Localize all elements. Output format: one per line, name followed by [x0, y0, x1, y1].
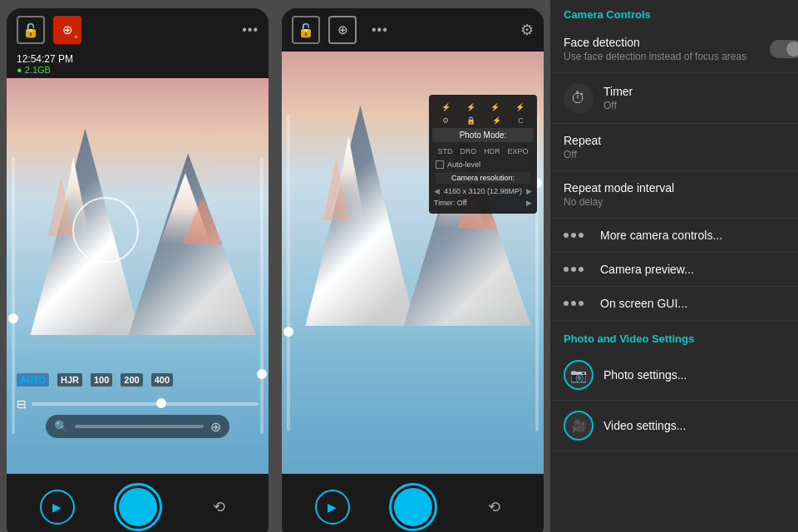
timer-row[interactable]: Timer: Off ▶ — [429, 197, 537, 209]
dropdown-panel: ⚡ ⚡ ⚡ ⚡ ⚙ 🔒 ⚡ C Photo Mode: STD DRO — [429, 95, 537, 214]
iso-200[interactable]: 200 — [121, 373, 142, 387]
photo-settings-icon: 📷 — [564, 360, 594, 390]
lock-icon-2[interactable]: 🔓 — [292, 16, 320, 44]
timer-title: Timer — [603, 85, 798, 98]
repeat-interval-text: Repeat mode interval No delay — [564, 181, 798, 208]
timer-text: Timer Off — [603, 85, 798, 111]
repeat-interval-title: Repeat mode interval — [564, 181, 798, 195]
zoom-slider[interactable] — [75, 425, 204, 428]
phone-panel-2: 🔓 ⊕ ••• ⚙ — [282, 8, 544, 532]
repeat-interval-item[interactable]: Repeat mode interval No delay — [550, 171, 798, 219]
repeat-interval-value: No delay — [564, 196, 798, 208]
dropdown-mode-tabs[interactable]: STD DRO HDR EXPO — [429, 144, 537, 159]
video-settings-label[interactable]: Video settings... — [603, 419, 686, 432]
iso-400[interactable]: 400 — [151, 373, 173, 387]
toggle-knob-face — [786, 42, 798, 57]
camera-preview-dots — [564, 267, 584, 272]
exposure-left-icon: ⊟ — [17, 397, 27, 411]
storage-display: ● 2.1GB — [17, 65, 259, 75]
bottom-controls-1: ▶ ⟲ — [7, 474, 268, 532]
zoom-in-icon: ⊕ — [210, 419, 221, 435]
iso-auto[interactable]: AUTO — [17, 373, 49, 387]
vert-slider-2-left[interactable] — [287, 115, 290, 431]
zoom-out-icon: 🔍 — [54, 420, 68, 433]
repeat-text: Repeat Off — [564, 134, 798, 160]
shutter-inner-1 — [119, 488, 157, 526]
vert-slider-1[interactable] — [260, 157, 264, 434]
top-bar-1: 🔓 ⊕ + ••• — [7, 8, 268, 52]
more-controls-label[interactable]: More camera controls... — [600, 229, 722, 242]
section-header-camera: Camera Controls — [550, 0, 798, 26]
exposure-row: ⊟ — [7, 397, 268, 411]
video-button-1[interactable]: ▶ — [40, 490, 75, 525]
iso-100[interactable]: 100 — [91, 373, 112, 387]
exposure-icon-1[interactable]: ⊕ + — [53, 16, 81, 44]
more-controls-dots — [564, 233, 584, 238]
mode-icons-row: ⚙ 🔒 ⚡ C — [429, 115, 537, 126]
phone-panel-1: 🔓 ⊕ + ••• 12:54:27 PM ● 2.1GB — [7, 8, 268, 532]
exposure-slider[interactable] — [32, 402, 259, 406]
status-bar-1: 12:54:27 PM ● 2.1GB — [7, 52, 268, 78]
video-button-2[interactable]: ▶ — [315, 490, 350, 525]
camera-view-2[interactable]: ⚡ ⚡ ⚡ ⚡ ⚙ 🔒 ⚡ C Photo Mode: STD DRO — [282, 52, 544, 474]
face-detection-item[interactable]: Face detection Use face detection instea… — [550, 26, 798, 73]
face-detection-toggle[interactable] — [770, 40, 798, 58]
timer-item[interactable]: ⏱ Timer Off — [550, 73, 798, 124]
lock-icon-1[interactable]: 🔓 — [17, 16, 45, 44]
settings-panel: Camera Controls Face detection Use face … — [550, 0, 798, 532]
more-icon-2[interactable]: ••• — [372, 22, 388, 37]
auto-level-label: Auto-level — [447, 160, 480, 169]
focus-circle — [72, 197, 139, 264]
top-bar-2: 🔓 ⊕ ••• ⚙ — [282, 8, 544, 52]
flip-camera-button-2[interactable]: ⟲ — [477, 490, 510, 524]
on-screen-gui-dots — [564, 301, 584, 306]
timer-label: Timer: Off — [434, 199, 467, 207]
camera-view-1[interactable]: AUTO HJR 100 200 400 ⊟ 🔍 ⊕ — [7, 78, 268, 474]
shutter-button-1[interactable] — [114, 483, 162, 531]
face-detection-subtitle: Use face detection instead of focus area… — [564, 51, 760, 62]
flip-camera-button-1[interactable]: ⟲ — [202, 490, 235, 524]
auto-level-checkbox[interactable] — [436, 160, 444, 169]
bottom-controls-2: ▶ ⟲ — [282, 474, 544, 532]
more-controls-item[interactable]: More camera controls... — [550, 219, 798, 253]
time-display: 12:54:27 PM — [17, 53, 259, 65]
shutter-inner-2 — [394, 488, 432, 526]
photo-settings-label[interactable]: Photo settings... — [603, 368, 687, 382]
vert-slider-left[interactable] — [12, 157, 15, 434]
auto-level-row[interactable]: Auto-level — [429, 159, 537, 170]
repeat-item[interactable]: Repeat Off — [550, 124, 798, 171]
resolution-value: 4160 x 3120 (12.98MP) — [444, 187, 522, 195]
photo-mode-label: Photo Mode: — [432, 128, 534, 142]
zoom-bar[interactable]: 🔍 ⊕ — [46, 415, 229, 438]
camera-preview-item[interactable]: Camera preview... — [550, 253, 798, 287]
section-header-photo-video: Photo and Video Settings — [550, 321, 798, 350]
vert-thumb-2-left[interactable] — [283, 327, 293, 337]
on-screen-gui-label[interactable]: On screen GUI... — [600, 297, 687, 310]
camera-resolution-label: Camera resolution: — [436, 172, 530, 184]
camera-preview-label[interactable]: Camera preview... — [600, 263, 694, 276]
face-detection-text: Face detection Use face detection instea… — [564, 36, 760, 62]
video-settings-item[interactable]: 🎥 Video settings... — [550, 401, 798, 451]
on-screen-gui-item[interactable]: On screen GUI... — [550, 287, 798, 321]
timer-icon: ⏱ — [564, 83, 594, 113]
video-settings-icon: 🎥 — [564, 411, 594, 441]
repeat-value: Off — [564, 149, 798, 160]
vert-thumb-1[interactable] — [257, 369, 267, 379]
more-icon-1[interactable]: ••• — [242, 22, 259, 37]
resolution-row[interactable]: ◀ 4160 x 3120 (12.98MP) ▶ — [429, 185, 537, 197]
iso-hjr[interactable]: HJR — [57, 373, 82, 387]
repeat-title: Repeat — [564, 134, 798, 147]
iso-bar: AUTO HJR 100 200 400 — [7, 373, 268, 387]
gear-icon-2[interactable]: ⚙ — [520, 21, 534, 39]
exposure-icon-2[interactable]: ⊕ — [328, 16, 357, 44]
timer-value: Off — [603, 100, 798, 111]
shutter-button-2[interactable] — [389, 483, 437, 531]
face-detection-title: Face detection — [564, 36, 760, 49]
photo-settings-item[interactable]: 📷 Photo settings... — [550, 350, 798, 401]
dropdown-tabs: ⚡ ⚡ ⚡ ⚡ — [429, 100, 537, 115]
